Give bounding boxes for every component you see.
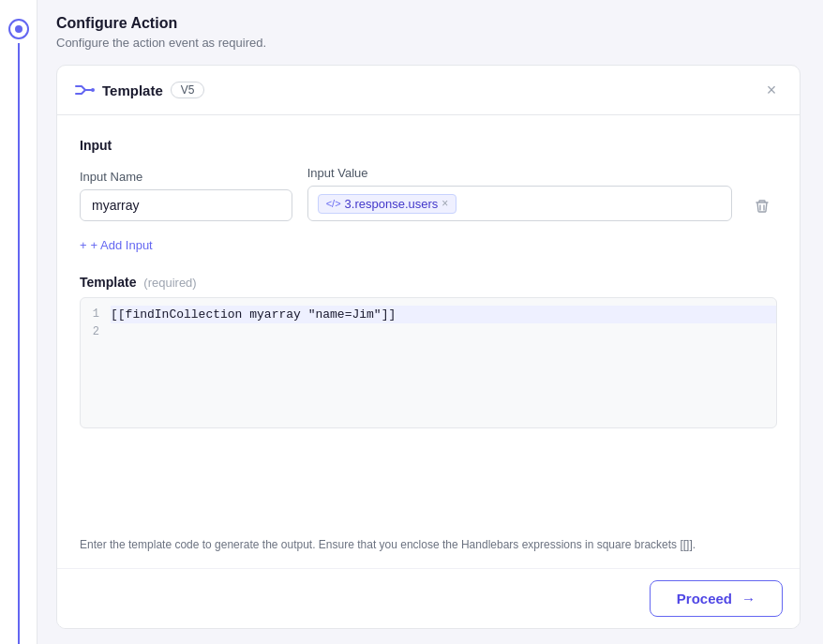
line-content-1: [[findInCollection myarray "name=Jim"]] bbox=[111, 306, 776, 323]
card-title: Template bbox=[102, 82, 163, 98]
input-value-label: Input Value bbox=[307, 166, 732, 180]
close-button[interactable]: × bbox=[760, 79, 783, 101]
input-value-field[interactable]: </> 3.response.users × bbox=[307, 186, 732, 221]
line-number-1: 1 bbox=[81, 306, 111, 321]
card-footer: Proceed → bbox=[57, 568, 800, 628]
line-content-2 bbox=[111, 323, 776, 327]
input-section-label: Input bbox=[80, 138, 777, 153]
tag-text: 3.response.users bbox=[345, 197, 439, 211]
input-name-label: Input Name bbox=[80, 170, 292, 184]
input-name-field[interactable] bbox=[80, 189, 292, 221]
add-input-label: + Add Input bbox=[91, 238, 153, 252]
template-label: Template (required) bbox=[80, 275, 777, 290]
sidebar-line bbox=[18, 43, 20, 644]
input-value-tag: </> 3.response.users × bbox=[318, 194, 457, 214]
version-badge: V5 bbox=[171, 82, 205, 98]
svg-point-0 bbox=[91, 88, 95, 92]
input-row: Input Name Input Value </> 3.response.us… bbox=[80, 166, 777, 221]
help-text: Enter the template code to generate the … bbox=[80, 536, 777, 553]
tag-remove-button[interactable]: × bbox=[441, 198, 448, 209]
proceed-label: Proceed bbox=[677, 591, 732, 607]
template-editor[interactable]: 1 [[findInCollection myarray "name=Jim"]… bbox=[80, 297, 777, 428]
tag-code-icon: </> bbox=[326, 198, 341, 209]
template-required: (required) bbox=[143, 276, 196, 290]
delete-input-button[interactable] bbox=[747, 191, 777, 221]
step-dot bbox=[15, 25, 22, 33]
template-flow-icon bbox=[74, 82, 95, 98]
code-lines: 1 [[findInCollection myarray "name=Jim"]… bbox=[81, 298, 776, 427]
step-indicator bbox=[8, 19, 29, 39]
page-subtitle: Configure the action event as required. bbox=[56, 36, 801, 50]
add-input-plus: + bbox=[80, 238, 87, 252]
template-section: Template (required) 1 [[findInCollection… bbox=[80, 275, 777, 440]
proceed-button[interactable]: Proceed → bbox=[650, 580, 783, 617]
config-card: Template V5 × Input Input Name Input Val… bbox=[56, 65, 801, 629]
input-name-group: Input Name bbox=[80, 170, 292, 221]
main-content: Configure Action Configure the action ev… bbox=[37, 0, 823, 644]
card-header: Template V5 × bbox=[57, 66, 800, 115]
sidebar bbox=[0, 0, 37, 644]
code-line-2: 2 bbox=[81, 323, 776, 338]
page-title: Configure Action bbox=[56, 15, 801, 32]
input-value-group: Input Value </> 3.response.users × bbox=[307, 166, 732, 221]
proceed-arrow-icon: → bbox=[741, 591, 756, 607]
card-body: Input Input Name Input Value </> 3.respo… bbox=[57, 115, 800, 568]
card-header-left: Template V5 bbox=[74, 82, 204, 98]
add-input-button[interactable]: + + Add Input bbox=[80, 234, 777, 256]
code-line-1: 1 [[findInCollection myarray "name=Jim"]… bbox=[81, 306, 776, 323]
line-number-2: 2 bbox=[81, 323, 111, 338]
